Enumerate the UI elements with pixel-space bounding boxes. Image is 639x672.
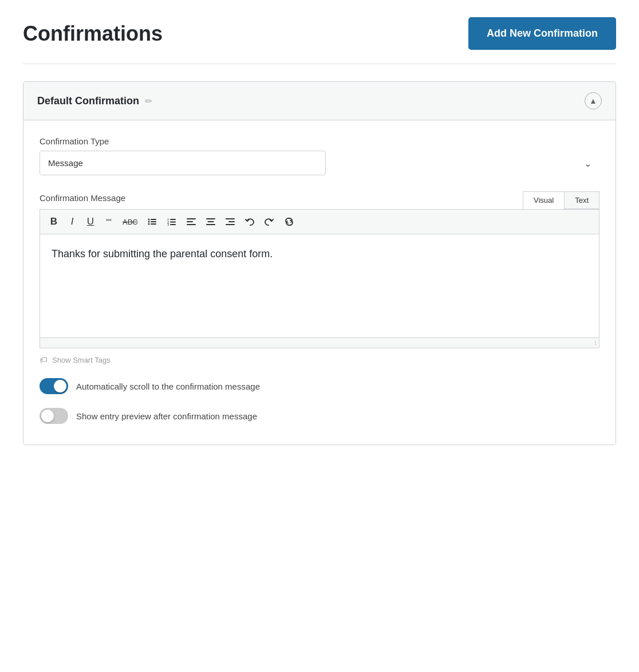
- tab-text[interactable]: Text: [564, 191, 599, 209]
- editor-tabs: Visual Text: [523, 191, 599, 209]
- editor-content[interactable]: Thanks for submitting the parental conse…: [40, 234, 599, 337]
- svg-point-2: [148, 221, 149, 223]
- undo-button[interactable]: [241, 214, 258, 229]
- toggle-scroll-thumb: [54, 380, 66, 392]
- smart-tags-row[interactable]: 🏷 Show Smart Tags: [40, 355, 599, 364]
- align-left-icon: [186, 217, 196, 227]
- blockquote-button[interactable]: ““: [101, 214, 117, 229]
- card-header: Default Confirmation ✏ ▲: [23, 82, 616, 120]
- svg-rect-12: [187, 218, 196, 219]
- toggle-scroll-switch[interactable]: [40, 378, 68, 394]
- redo-button[interactable]: [261, 214, 278, 229]
- page-header: Confirmations Add New Confirmation: [23, 17, 616, 50]
- bullet-list-icon: [147, 217, 157, 227]
- strikethrough-button[interactable]: ABC: [119, 214, 141, 229]
- toggle-scroll-track: [40, 378, 68, 394]
- link-button[interactable]: [280, 214, 298, 229]
- align-right-button[interactable]: [222, 214, 239, 229]
- undo-icon: [244, 217, 255, 227]
- chevron-up-icon: ▲: [589, 96, 597, 105]
- align-center-icon: [206, 217, 216, 227]
- toggle-scroll-row: Automatically scroll to the confirmation…: [40, 378, 599, 394]
- toggle-preview-switch[interactable]: [40, 408, 68, 424]
- link-icon: [283, 216, 295, 227]
- svg-point-4: [148, 223, 149, 225]
- align-center-button[interactable]: [202, 214, 219, 229]
- confirmation-message-label: Confirmation Message: [40, 193, 125, 203]
- svg-rect-20: [226, 224, 235, 225]
- message-header: Confirmation Message Visual Text: [40, 191, 599, 209]
- card-header-title: Default Confirmation: [37, 95, 139, 107]
- editor-container: B I U ““ ABC 1: [40, 209, 599, 348]
- svg-point-0: [148, 219, 149, 221]
- svg-rect-16: [207, 221, 214, 222]
- svg-rect-17: [206, 224, 215, 225]
- header-divider: [23, 64, 616, 64]
- confirmation-type-select[interactable]: Message Page Redirect: [40, 151, 326, 175]
- smart-tags-label: Show Smart Tags: [52, 356, 111, 364]
- toggle-preview-label: Show entry preview after confirmation me…: [76, 411, 257, 421]
- editor-toolbar: B I U ““ ABC 1: [40, 210, 599, 234]
- italic-button[interactable]: I: [64, 214, 80, 229]
- tag-icon: 🏷: [40, 355, 48, 364]
- tab-visual[interactable]: Visual: [523, 191, 564, 209]
- svg-rect-9: [170, 222, 176, 223]
- svg-rect-7: [170, 219, 176, 220]
- align-left-button[interactable]: [183, 214, 200, 229]
- collapse-button[interactable]: ▲: [585, 92, 602, 109]
- add-new-confirmation-button[interactable]: Add New Confirmation: [468, 17, 616, 50]
- confirmation-type-label: Confirmation Type: [40, 136, 599, 146]
- toggle-scroll-label: Automatically scroll to the confirmation…: [76, 382, 260, 391]
- ordered-list-icon: 1 2 3: [167, 217, 177, 227]
- underline-button[interactable]: U: [82, 214, 98, 229]
- bullet-list-button[interactable]: [144, 214, 161, 229]
- editor-resize-bar: ⁝: [40, 337, 599, 348]
- svg-rect-5: [151, 223, 156, 225]
- confirmation-type-wrapper: Message Page Redirect ⌄: [40, 151, 599, 175]
- ordered-list-button[interactable]: 1 2 3: [163, 214, 180, 229]
- toggle-preview-track: [40, 408, 68, 424]
- card-body: Confirmation Type Message Page Redirect …: [23, 120, 616, 445]
- redo-icon: [264, 217, 274, 227]
- svg-text:3: 3: [167, 223, 169, 226]
- toggle-preview-thumb: [41, 410, 54, 422]
- svg-rect-3: [151, 221, 156, 222]
- svg-rect-18: [226, 218, 235, 219]
- edit-icon[interactable]: ✏: [145, 96, 152, 107]
- editor-text: Thanks for submitting the parental conse…: [52, 248, 273, 260]
- align-right-icon: [225, 217, 235, 227]
- chevron-down-icon: ⌄: [584, 158, 591, 168]
- svg-rect-11: [170, 224, 176, 225]
- resize-handle-icon[interactable]: ⁝: [594, 339, 597, 347]
- bold-button[interactable]: B: [46, 214, 62, 229]
- confirmation-card: Default Confirmation ✏ ▲ Confirmation Ty…: [23, 81, 616, 445]
- toggle-preview-row: Show entry preview after confirmation me…: [40, 408, 599, 424]
- svg-rect-13: [187, 221, 193, 222]
- card-header-left: Default Confirmation ✏: [37, 95, 152, 107]
- svg-rect-1: [151, 219, 156, 220]
- svg-rect-14: [187, 224, 196, 225]
- svg-rect-19: [228, 221, 235, 222]
- page-title: Confirmations: [23, 22, 163, 46]
- svg-rect-15: [206, 218, 215, 219]
